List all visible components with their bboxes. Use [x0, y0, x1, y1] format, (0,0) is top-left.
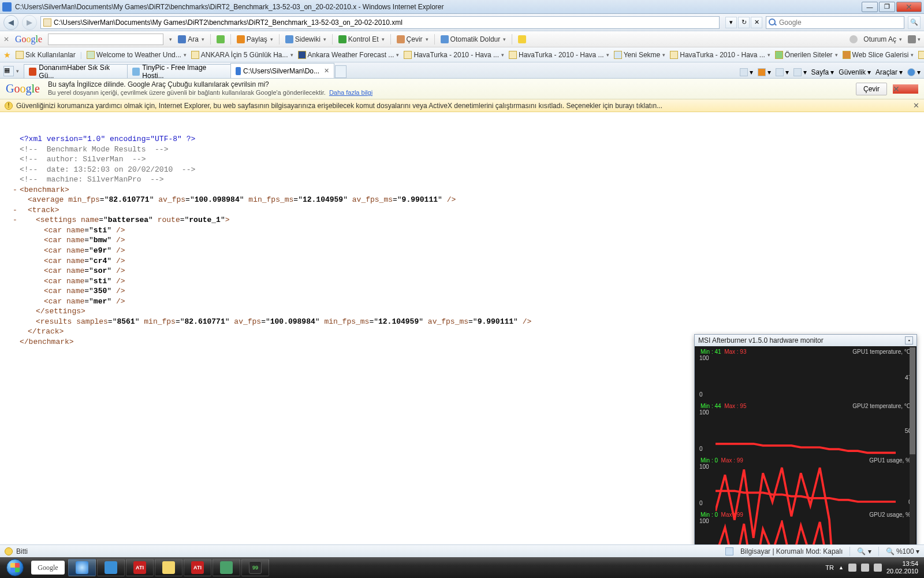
forward-button[interactable]: ▶ [22, 15, 37, 30]
ie-icon [76, 561, 88, 574]
help-button[interactable]: ▾ [907, 68, 921, 76]
toolbar-highlight-button[interactable] [518, 35, 526, 43]
favorite-link[interactable]: HavaTurka - 2010 - Hava ... [509, 51, 609, 59]
favorites-bar: ★ Sık Kullanılanlar | Welcome to Weather… [0, 47, 924, 62]
msi-menu-button[interactable]: ▪ [905, 336, 913, 344]
highlighter-icon [518, 35, 526, 43]
toolbar-autofill-button[interactable]: Otomatik Doldur [441, 35, 506, 43]
google-search-dropdown[interactable]: ▾ [169, 36, 172, 42]
browser-tab-active[interactable]: C:\Users\SilverMan\Do...✕ [230, 63, 334, 78]
address-bar[interactable] [40, 16, 720, 29]
taskbar-explorer[interactable] [155, 559, 182, 576]
xml-file-icon [43, 18, 51, 27]
site-icon [670, 51, 678, 59]
close-button[interactable]: ✕ [896, 2, 922, 12]
google-logo: Google [15, 34, 42, 45]
toolbar-up-button[interactable] [217, 35, 225, 43]
tab-close-icon[interactable]: ✕ [324, 67, 329, 75]
back-button[interactable]: ◀ [3, 15, 18, 30]
translate-button[interactable]: Çevir [856, 83, 887, 95]
favorites-star-icon[interactable]: ★ [3, 50, 11, 60]
print-button[interactable]: ▾ [793, 68, 807, 76]
site-icon [614, 51, 622, 59]
toolbar-login-button[interactable]: Oturum Aç [863, 35, 902, 43]
toolbar-share-button[interactable]: Paylaş [237, 35, 273, 43]
favorite-link[interactable]: Önerilen Siteler [775, 51, 838, 59]
home-button[interactable]: ▾ [740, 68, 753, 76]
toolbar-close[interactable]: ✕ [3, 35, 9, 43]
zoom-picker[interactable]: 🔍 ▾ [857, 547, 871, 555]
favorite-link[interactable]: Ankara Weather Forecast ... [298, 51, 400, 59]
favorite-link[interactable]: Yeni Sekme [614, 51, 666, 59]
translate-close-button[interactable]: ✕ [893, 84, 918, 94]
msi-titlebar[interactable]: MSI Afterburner v1.5.0 hardware monitor … [695, 335, 916, 346]
tray-show-hidden[interactable]: ▲ [839, 565, 844, 570]
sidewiki-icon [285, 35, 293, 43]
maximize-button[interactable]: ❐ [879, 2, 895, 12]
browser-tab[interactable]: TinyPic - Free Image Hosti... [127, 64, 231, 78]
tray-clock[interactable]: 13:54 20.02.2010 [886, 560, 918, 575]
favorites-menu[interactable]: Sık Kullanılanlar [16, 51, 76, 59]
site-icon [918, 51, 924, 59]
tray-volume-icon[interactable] [874, 564, 882, 572]
favorite-link[interactable]: Welcome to Weather Und... [87, 51, 187, 59]
infobar-close-button[interactable]: ✕ [913, 101, 919, 110]
share-icon [237, 35, 245, 43]
toolbar-settings-button[interactable]: ▾ [908, 35, 921, 43]
tools-menu[interactable]: Araçlar ▾ [875, 68, 903, 76]
user-icon [850, 35, 858, 43]
toolbar-search-button[interactable]: Ara [178, 35, 204, 43]
minimize-button[interactable]: — [862, 2, 878, 12]
taskbar-item[interactable]: ATI [126, 559, 154, 576]
favorite-link[interactable]: HavaTurka - 2010 - Hava ... [404, 51, 504, 59]
site-icon [404, 51, 412, 59]
msi-afterburner-window[interactable]: MSI Afterburner v1.5.0 hardware monitor … [694, 334, 917, 544]
msi-scrollbar[interactable] [910, 347, 915, 544]
stop-button[interactable]: ✕ [751, 17, 762, 28]
refresh-button[interactable]: ↻ [738, 17, 750, 28]
navigation-bar: ◀ ▶ ▾ ↻ ✕ 🔍 [0, 14, 924, 31]
feeds-button[interactable]: ▾ [758, 68, 771, 76]
tray-network-icon[interactable] [861, 564, 869, 572]
favorite-link[interactable]: HavaTurka - 2010 - Hava ... [670, 51, 770, 59]
search-provider-icon [769, 18, 777, 27]
folder-icon [162, 561, 175, 574]
status-text: Bitti [16, 547, 28, 555]
quick-tabs-button[interactable]: ▦ [3, 66, 14, 76]
taskbar-item[interactable] [213, 559, 240, 576]
tray-lang[interactable]: TR [825, 564, 834, 571]
start-button[interactable] [2, 558, 28, 577]
taskbar-item[interactable]: 99 [241, 559, 269, 576]
taskbar-ie[interactable] [68, 559, 96, 576]
plus-icon [217, 35, 225, 43]
favorite-link[interactable]: Web Slice Galerisi [843, 51, 914, 59]
status-icon [5, 547, 13, 555]
address-input[interactable] [54, 18, 717, 27]
toolbar-sidewiki-button[interactable]: Sidewiki [285, 35, 326, 43]
zoom-level[interactable]: 🔍 %100 ▾ [886, 547, 919, 555]
google-search-input[interactable] [48, 34, 163, 45]
google-logo: Google [6, 82, 40, 95]
toolbar-check-button[interactable]: Kontrol Et [338, 35, 385, 43]
safety-menu[interactable]: Güvenlik ▾ [839, 68, 871, 76]
translate-more-link[interactable]: Daha fazla bilgi [329, 89, 372, 96]
site-icon [509, 51, 517, 59]
autofill-icon [441, 35, 449, 43]
favorite-link[interactable]: ANKARA İçin 5 Günlük Ha... [191, 51, 293, 59]
search-go-button[interactable]: 🔍 [908, 16, 921, 29]
tray-icon[interactable] [848, 564, 856, 572]
search-box[interactable] [766, 16, 904, 29]
mail-button[interactable]: ▾ [776, 68, 789, 76]
new-tab-button[interactable] [335, 65, 346, 78]
google-toolbar: ✕ Google ▾ Ara Paylaş Sidewiki Kontrol E… [0, 31, 924, 47]
taskbar-item[interactable]: ATI [184, 559, 211, 576]
taskbar-item[interactable] [97, 559, 125, 576]
search-input[interactable] [779, 18, 901, 27]
favorite-link[interactable]: HavaTurka - 2010 - Hava ... [918, 51, 924, 59]
address-dropdown[interactable]: ▾ [725, 17, 737, 28]
google-desktop-search[interactable]: Google [31, 561, 65, 575]
browser-tab[interactable]: DonanımHaber Sık Sık Gü... [24, 64, 128, 78]
information-bar[interactable]: ! Güvenliğinizi korumanıza yardımcı olma… [0, 99, 924, 112]
page-menu[interactable]: Sayfa ▾ [811, 68, 834, 76]
toolbar-translate-button[interactable]: Çevir [397, 35, 429, 43]
